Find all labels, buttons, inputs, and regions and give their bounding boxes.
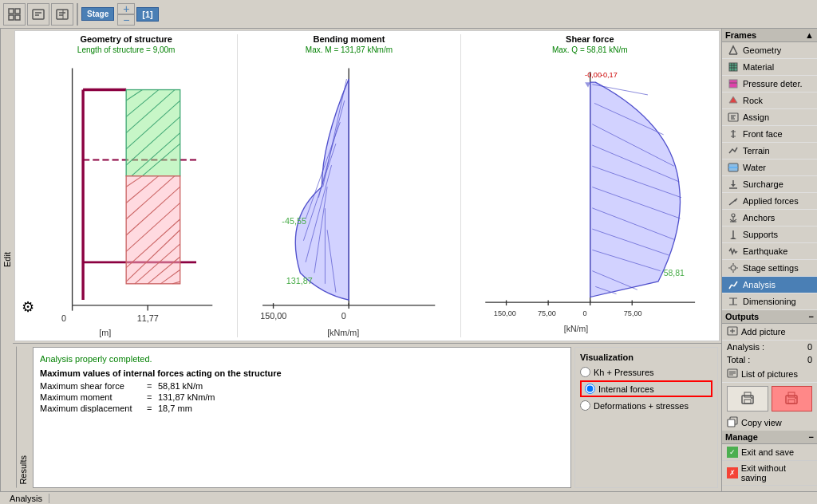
toolbar: Stage + − [1] bbox=[0, 0, 817, 29]
total-count-value: 0 bbox=[807, 355, 812, 364]
radio-internal-input[interactable] bbox=[585, 384, 595, 394]
sidebar-item-geometry[interactable]: Geometry bbox=[722, 42, 817, 59]
bottom-tab-analysis[interactable]: Analysis bbox=[3, 494, 49, 503]
dimensioning-icon bbox=[727, 295, 740, 308]
results-tab[interactable]: Results bbox=[16, 347, 30, 488]
sidebar-item-water-label: Water bbox=[743, 163, 766, 172]
sidebar-item-anchors[interactable]: Anchors bbox=[722, 210, 817, 226]
copy-view-btn[interactable]: Copy view bbox=[722, 415, 817, 431]
stage-plus[interactable]: + bbox=[117, 3, 135, 14]
radio-internal[interactable]: Internal forces bbox=[580, 380, 712, 397]
svg-text:[kNm/m]: [kNm/m] bbox=[327, 328, 359, 337]
shear-label: Maximum shear force bbox=[40, 381, 144, 391]
radio-kh-input[interactable] bbox=[580, 367, 590, 377]
radio-deformations[interactable]: Deformations + stresses bbox=[580, 400, 712, 411]
result-row-moment: Maximum moment = 131,87 kNm/m bbox=[40, 392, 564, 402]
analysis-count-label: Analysis : bbox=[727, 342, 764, 352]
bending-value1-label: 131,87 bbox=[286, 276, 313, 285]
stage-minus[interactable]: − bbox=[117, 14, 135, 26]
shear-chart: Shear force Max. Q = 58,81 kN/m 150,00 7… bbox=[464, 34, 716, 337]
moment-eq: = bbox=[147, 392, 155, 402]
dimensioning-label: Dimensioning bbox=[743, 297, 796, 306]
print-btn-2[interactable] bbox=[772, 386, 813, 411]
sidebar-item-earthquake[interactable]: Earthquake bbox=[722, 243, 817, 260]
sidebar-item-frontface[interactable]: Front face bbox=[722, 126, 817, 143]
svg-point-134 bbox=[795, 397, 796, 399]
displacement-label: Maximum displacement bbox=[40, 404, 144, 413]
outputs-section-title: Outputs − bbox=[722, 310, 817, 324]
stage-settings-icon bbox=[727, 262, 740, 274]
sidebar-item-applied[interactable]: Applied forces bbox=[722, 193, 817, 210]
print-btn-1[interactable] bbox=[727, 386, 768, 411]
sidebar-item-pressure[interactable]: Pressure deter. bbox=[722, 76, 817, 93]
sidebar-item-dimensioning[interactable]: Dimensioning bbox=[722, 293, 817, 310]
exit-save-label: Exit and save bbox=[741, 447, 794, 457]
sidebar-item-rock[interactable]: Rock bbox=[722, 93, 817, 109]
toolbar-separator bbox=[77, 3, 78, 26]
viz-title: Visualization bbox=[580, 352, 712, 362]
shear-subtitle: Max. Q = 58,81 kN/m bbox=[552, 45, 628, 54]
toolbar-btn-3[interactable] bbox=[51, 3, 73, 26]
terrain-icon bbox=[727, 144, 740, 157]
add-picture-btn[interactable]: Add picture bbox=[722, 324, 817, 341]
edit-tab[interactable]: Edit bbox=[0, 29, 13, 491]
manage-collapse[interactable]: − bbox=[809, 432, 814, 442]
total-count-row: Total : 0 bbox=[722, 353, 817, 366]
exit-nosave-btn[interactable]: ✗ Exit without saving bbox=[722, 461, 817, 486]
frames-collapse[interactable]: ▲ bbox=[805, 30, 814, 40]
sidebar-item-supports[interactable]: Supports bbox=[722, 226, 817, 243]
pressure-icon bbox=[727, 77, 740, 90]
svg-rect-4 bbox=[33, 10, 44, 19]
add-picture-icon bbox=[727, 325, 738, 338]
sidebar-item-earthquake-label: Earthquake bbox=[743, 246, 787, 256]
displacement-value: 18,7 mm bbox=[158, 404, 192, 413]
sidebar-item-anchors-label: Anchors bbox=[743, 213, 775, 222]
bottom-tab-bar: Analysis bbox=[0, 491, 817, 504]
chart-sep-1 bbox=[237, 34, 238, 337]
radio-deformations-input[interactable] bbox=[580, 400, 590, 411]
sidebar-item-assign-label: Assign bbox=[743, 112, 769, 122]
frontface-icon bbox=[727, 128, 740, 140]
sidebar-item-terrain[interactable]: Terrain bbox=[722, 143, 817, 159]
stage-button[interactable]: Stage bbox=[81, 7, 114, 21]
radio-kh[interactable]: Kh + Pressures bbox=[580, 367, 712, 377]
toolbar-btn-1[interactable] bbox=[3, 3, 26, 26]
svg-text:150,00: 150,00 bbox=[493, 309, 515, 317]
analysis-count-row: Analysis : 0 bbox=[722, 341, 817, 353]
sidebar-item-analysis[interactable]: Analysis bbox=[722, 277, 817, 293]
gear-icon[interactable]: ⚙ bbox=[18, 297, 37, 317]
svg-text:11,77: 11,77 bbox=[137, 313, 159, 323]
analysis-icon bbox=[727, 278, 740, 291]
svg-text:0: 0 bbox=[582, 309, 586, 317]
applied-icon bbox=[727, 195, 740, 207]
surcharge-icon bbox=[727, 178, 740, 191]
list-pictures-btn[interactable]: List of pictures bbox=[722, 366, 817, 383]
sidebar-item-water[interactable]: Water bbox=[722, 159, 817, 176]
sidebar-item-surcharge[interactable]: Surcharge bbox=[722, 176, 817, 193]
outputs-collapse[interactable]: − bbox=[809, 312, 814, 321]
exit-save-btn[interactable]: ✓ Exit and save bbox=[722, 444, 817, 461]
sidebar-item-pressure-label: Pressure deter. bbox=[743, 79, 803, 89]
radio-deformations-label: Deformations + stresses bbox=[594, 401, 689, 411]
svg-rect-136 bbox=[728, 419, 735, 427]
results-section-title: Maximum values of internal forces acting… bbox=[40, 368, 564, 378]
right-sidebar: Frames ▲ Geometry Material Pressure dete… bbox=[721, 29, 817, 491]
geometry-svg: 0 11,77 [m] bbox=[18, 57, 234, 337]
svg-point-109 bbox=[731, 266, 736, 270]
center-content: Geometry of structure Length of structur… bbox=[13, 29, 721, 491]
shear-value2-label: -0,17 bbox=[600, 71, 617, 79]
svg-line-115 bbox=[732, 285, 734, 286]
toolbar-btn-2[interactable] bbox=[27, 3, 49, 26]
frames-section-title: Frames ▲ bbox=[722, 29, 817, 42]
sidebar-item-assign[interactable]: Assign bbox=[722, 109, 817, 126]
sidebar-item-terrain-label: Terrain bbox=[743, 146, 770, 156]
svg-text:[kN/m]: [kN/m] bbox=[563, 324, 587, 333]
svg-rect-128 bbox=[744, 392, 751, 397]
sidebar-item-stage[interactable]: Stage settings bbox=[722, 260, 817, 277]
svg-text:75,00: 75,00 bbox=[623, 309, 641, 317]
sidebar-item-material[interactable]: Material bbox=[722, 59, 817, 76]
svg-marker-108 bbox=[730, 237, 736, 239]
analysis-count-value: 0 bbox=[807, 342, 812, 352]
rock-icon bbox=[727, 94, 740, 107]
main-area: Edit Geometry of structure Length of str… bbox=[0, 29, 817, 491]
